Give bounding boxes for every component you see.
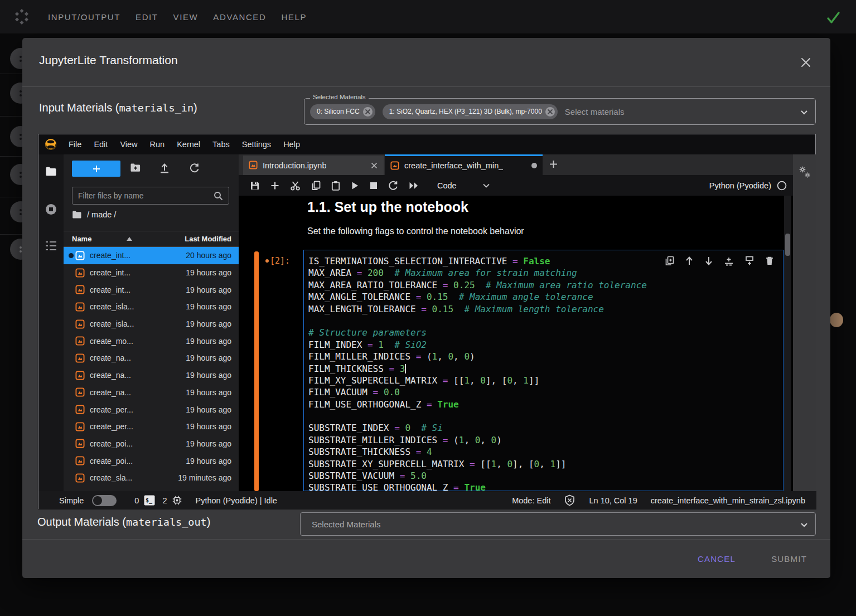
chevron-down-icon[interactable] [482,183,490,188]
tab-create-interface[interactable]: create_interface_with_min_ [385,154,543,175]
new-launcher-button[interactable] [72,161,120,177]
selected-materials-field[interactable]: Selected Materials 0: Silicon FCC1: SiO2… [304,98,816,125]
select-materials-placeholder[interactable]: Select materials [565,107,625,117]
status-bar: Simple 0 $_ 2 Python (Pyodide) | Idle Mo… [38,491,816,510]
delete-cell-icon[interactable] [765,256,774,266]
kernel-name[interactable]: Python (Pyodide) [709,181,771,190]
duplicate-cell-icon[interactable] [665,256,674,266]
file-row[interactable]: create_na...19 hours ago [64,384,239,401]
insert-cell-below-icon[interactable] [744,256,755,266]
platform-logo-icon[interactable] [12,7,31,26]
kernel-status-icon[interactable] [777,181,787,191]
kernel-status-text[interactable]: Python (Pyodide) | Idle [195,496,277,505]
kernel-chip-icon[interactable] [172,495,182,506]
move-cell-down-icon[interactable] [704,256,713,266]
chevron-down-icon[interactable] [800,109,809,115]
file-browser-tab-icon[interactable] [45,166,57,177]
cell-collapser[interactable] [254,251,259,491]
file-row[interactable]: create_int...20 hours ago [64,247,239,264]
file-row[interactable]: create_isla...19 hours ago [64,316,239,333]
file-row[interactable]: create_poi...19 hours ago [64,435,239,453]
notebook-icon [390,161,400,171]
cell-type-select[interactable]: Code [437,181,457,190]
right-sidebar [793,154,816,491]
move-cell-up-icon[interactable] [685,256,694,266]
notebook-scrollbar[interactable] [784,196,791,491]
file-row[interactable]: create_int...19 hours ago [64,281,239,298]
sort-ascending-icon[interactable] [127,237,132,241]
top-menu-input-output[interactable]: INPUT/OUTPUT [48,12,120,22]
top-menu-help[interactable]: HELP [281,12,307,22]
notebook-icon [75,387,85,397]
side-handle[interactable] [830,313,843,327]
active-filename[interactable]: create_interface_with_min_strain_zsl.ipy… [651,496,805,505]
chevron-down-icon[interactable] [800,521,809,528]
breadcrumb[interactable]: / made / [72,210,116,219]
add-tab-icon[interactable] [549,159,558,169]
column-last-modified[interactable]: Last Modified [185,235,231,243]
save-icon[interactable] [250,181,260,191]
filter-files-input[interactable]: Filter files by name [72,187,229,205]
file-row[interactable]: create_na...19 hours ago [64,367,239,384]
submit-button[interactable]: SUBMIT [771,554,807,564]
tab-introduction[interactable]: Introduction.ipynb [243,156,384,175]
cursor-position[interactable]: Ln 10, Col 19 [589,496,637,505]
simple-mode-toggle[interactable] [92,495,117,506]
file-row[interactable]: create_na...19 hours ago [64,350,239,367]
cancel-button[interactable]: CANCEL [698,554,736,564]
file-row[interactable]: create_int...19 hours ago [64,264,239,282]
stop-icon[interactable] [370,182,378,190]
jupyter-menu-run[interactable]: Run [144,140,171,149]
property-inspector-gear-icon[interactable] [798,166,813,180]
file-row[interactable]: create_per...19 hours ago [64,401,239,418]
table-of-contents-tab-icon[interactable] [45,241,57,251]
terminals-count[interactable]: 0 [134,496,139,505]
file-row[interactable]: create_isla...19 hours ago [64,298,239,316]
insert-cell-icon[interactable] [270,181,279,190]
material-chip[interactable]: 1: SiO2, Quartz, HEX (P3_121) 3D (Bulk),… [383,104,558,119]
dialog-footer: CANCEL SUBMIT [22,539,830,578]
top-menu-advanced[interactable]: ADVANCED [213,12,266,22]
code-line: FILM_THICKNESS = 3 [308,363,783,375]
paste-icon[interactable] [331,181,340,191]
output-materials-dropdown[interactable]: Selected Materials [300,512,816,536]
jupyter-menu-help[interactable]: Help [277,140,306,149]
restart-kernel-icon[interactable] [388,181,398,191]
breadcrumb-path[interactable]: / made / [87,210,116,219]
file-row[interactable]: create_per...19 hours ago [64,418,239,435]
mode-indicator[interactable]: Mode: Edit [512,496,550,505]
jupyter-menu-settings[interactable]: Settings [236,140,277,149]
scrollbar-thumb[interactable] [785,234,790,256]
remove-chip-icon[interactable] [545,107,555,117]
trust-shield-icon[interactable] [564,494,575,506]
new-folder-icon[interactable] [130,163,141,173]
cut-icon[interactable] [290,181,301,191]
close-tab-icon[interactable] [370,162,378,169]
jupyter-menu-edit[interactable]: Edit [88,140,114,149]
file-row[interactable]: create_mo...19 hours ago [64,332,239,350]
jupyter-menu-view[interactable]: View [114,140,143,149]
code-cell-editor[interactable]: IS_TERMINATIONS_SELECTION_INTERACTIVE = … [303,250,784,491]
column-name[interactable]: Name [72,235,91,243]
jupyter-menu-tabs[interactable]: Tabs [206,140,236,149]
copy-icon[interactable] [311,181,321,191]
unsaved-changes-dot[interactable] [531,163,537,168]
top-menu-edit[interactable]: EDIT [136,12,158,22]
terminal-icon[interactable]: $_ [144,495,155,506]
file-row[interactable]: create_sla...19 minutes ago [64,469,239,487]
top-menu-view[interactable]: VIEW [173,12,199,22]
insert-cell-above-icon[interactable] [724,256,734,266]
run-icon[interactable] [351,181,359,190]
material-chip[interactable]: 0: Silicon FCC [310,104,375,119]
run-all-icon[interactable] [409,182,419,190]
running-kernels-tab-icon[interactable] [45,203,57,215]
refresh-icon[interactable] [189,163,200,173]
upload-icon[interactable] [159,163,170,173]
remove-chip-icon[interactable] [363,107,373,117]
kernels-count[interactable]: 2 [162,496,167,505]
file-row[interactable]: create_poi...19 hours ago [64,452,239,469]
notebook-area: Introduction.ipynb create_interface_with… [239,154,793,491]
jupyter-menu-kernel[interactable]: Kernel [171,140,206,149]
close-icon[interactable] [799,56,813,69]
jupyter-menu-file[interactable]: File [62,140,88,149]
